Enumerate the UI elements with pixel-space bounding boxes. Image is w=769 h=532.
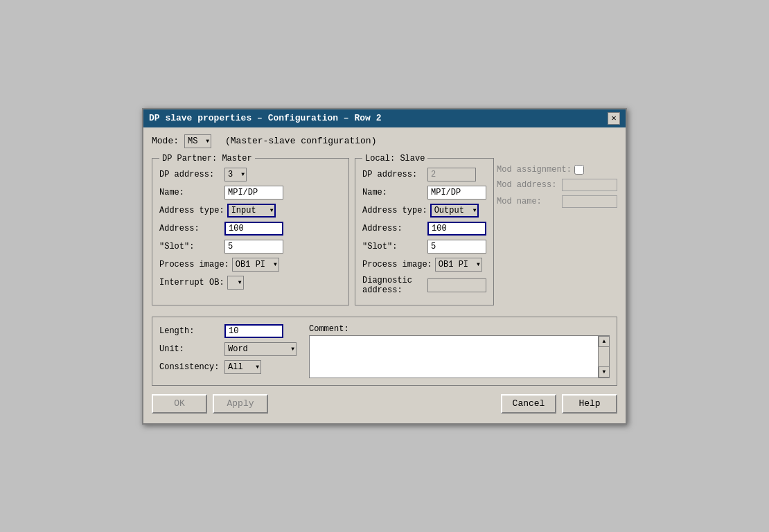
- mode-select[interactable]: MS: [184, 134, 211, 148]
- unit-select[interactable]: Word Byte Double Word: [224, 342, 297, 356]
- dp-partner-address-label: DP address:: [159, 170, 222, 179]
- close-icon: ✕: [611, 113, 616, 123]
- local-slave-name-row: Name:: [362, 186, 486, 200]
- right-section: Local: Slave DP address: Name: Address t…: [355, 154, 617, 311]
- scroll-down-button[interactable]: ▼: [599, 366, 610, 378]
- main-window: DP slave properties – Configuration – Ro…: [142, 108, 627, 425]
- buttons-row: OK Apply Cancel Help: [152, 391, 617, 416]
- comment-area: ▲ ▼: [309, 335, 610, 378]
- mod-assignment-label: Mod assignment:: [497, 165, 572, 175]
- local-slave-address-label: DP address:: [362, 170, 425, 179]
- local-slave-address-type-wrapper[interactable]: Output Input Memory: [430, 204, 479, 218]
- comment-label: Comment:: [309, 324, 610, 334]
- local-slave-address-label2: Address:: [362, 224, 425, 233]
- button-group-left: OK Apply: [152, 394, 268, 414]
- length-row: Length:: [159, 324, 298, 338]
- dp-partner-process-image-select[interactable]: OB1 PI: [232, 258, 279, 272]
- mod-assignment-row: Mod assignment:: [497, 165, 617, 175]
- local-slave-process-image-label: Process image:: [362, 260, 432, 269]
- mod-address-label: Mod address:: [497, 180, 559, 190]
- right-inner: Local: Slave DP address: Name: Address t…: [355, 154, 617, 311]
- mode-description: (Master-slave configuration): [225, 136, 376, 146]
- close-button[interactable]: ✕: [608, 112, 620, 125]
- dp-partner-slot-label: "Slot":: [159, 242, 222, 251]
- local-slave-address-input: [427, 168, 476, 181]
- dp-partner-name-row: Name:: [159, 186, 342, 200]
- local-slave-process-image-select[interactable]: OB1 PI: [435, 258, 482, 272]
- dp-partner-address-type-select[interactable]: Input Output Memory: [227, 204, 276, 218]
- local-slave-diagnostic-input: [427, 278, 486, 292]
- local-slave-address-row2: Address:: [362, 222, 486, 236]
- dp-partner-process-image-wrapper[interactable]: OB1 PI: [232, 258, 279, 272]
- dp-partner-name-input[interactable]: [224, 186, 283, 200]
- dp-partner-address-select-wrapper[interactable]: 3: [224, 168, 247, 181]
- mod-address-row: Mod address:: [497, 179, 617, 191]
- consistency-select[interactable]: All Unit: [224, 360, 261, 374]
- local-slave-slot-input[interactable]: [427, 240, 486, 254]
- local-slave-address-input2[interactable]: [427, 222, 486, 236]
- ok-button[interactable]: OK: [152, 394, 207, 414]
- apply-button[interactable]: Apply: [213, 394, 268, 414]
- mod-name-label: Mod name:: [497, 197, 559, 206]
- comment-scrollbar: ▲ ▼: [598, 336, 609, 378]
- dp-partner-address-row: DP address: 3: [159, 168, 342, 181]
- dp-partner-address-type-wrapper[interactable]: Input Output Memory: [227, 204, 276, 218]
- local-slave-legend: Local: Slave: [362, 154, 427, 163]
- dp-partner-slot-input[interactable]: [224, 240, 283, 254]
- local-slave-diagnostic-label: Diagnostic address:: [362, 276, 425, 295]
- local-slave-slot-label: "Slot":: [362, 242, 425, 251]
- bottom-panel: Length: Unit: Word Byte Double Word Cons…: [152, 317, 617, 386]
- length-input[interactable]: [224, 324, 283, 338]
- mod-assignment-checkbox[interactable]: [574, 165, 584, 175]
- local-slave-name-input[interactable]: [427, 186, 486, 200]
- dp-partner-address-type-label: Address type:: [159, 206, 224, 215]
- length-label: Length:: [159, 326, 222, 336]
- local-slave-address-type-label: Address type:: [362, 206, 427, 215]
- dp-partner-interrupt-ob-row: Interrupt OB:: [159, 276, 342, 290]
- mod-name-input: [562, 195, 617, 208]
- local-slave-process-image-row: Process image: OB1 PI: [362, 258, 486, 272]
- dp-partner-interrupt-ob-label: Interrupt OB:: [159, 278, 224, 287]
- mod-name-row: Mod name:: [497, 195, 617, 208]
- mode-row: Mode: MS (Master-slave configuration): [152, 134, 617, 148]
- dp-partner-interrupt-ob-select[interactable]: [227, 276, 244, 290]
- dp-partner-address-label2: Address:: [159, 224, 222, 233]
- local-slave-address-row: DP address:: [362, 168, 486, 181]
- unit-row: Unit: Word Byte Double Word: [159, 342, 298, 356]
- local-slave-address-type-row: Address type: Output Input Memory: [362, 204, 486, 218]
- local-slave-process-image-wrapper[interactable]: OB1 PI: [435, 258, 482, 272]
- dp-partner-name-label: Name:: [159, 188, 222, 197]
- button-group-right: Cancel Help: [501, 394, 617, 414]
- window-body: Mode: MS (Master-slave configuration) DP…: [143, 127, 626, 423]
- cancel-button[interactable]: Cancel: [501, 394, 556, 414]
- window-title: DP slave properties – Configuration – Ro…: [149, 113, 381, 123]
- unit-label: Unit:: [159, 344, 222, 354]
- consistency-label: Consistency:: [159, 362, 222, 372]
- mod-address-input: [562, 179, 617, 191]
- scroll-up-button[interactable]: ▲: [599, 336, 610, 347]
- dp-partner-group: DP Partner: Master DP address: 3 Name: A…: [152, 154, 349, 305]
- dp-partner-slot-row: "Slot":: [159, 240, 342, 254]
- mod-assignment-column: Mod assignment: Mod address: Mod name:: [497, 154, 617, 311]
- mode-select-wrapper[interactable]: MS: [184, 134, 211, 148]
- dp-partner-address-input[interactable]: [224, 222, 283, 236]
- unit-select-wrapper[interactable]: Word Byte Double Word: [224, 342, 297, 356]
- dp-partner-address-row2: Address:: [159, 222, 342, 236]
- dp-partner-address-type-row: Address type: Input Output Memory: [159, 204, 342, 218]
- mode-label: Mode:: [152, 136, 179, 146]
- local-slave-slot-row: "Slot":: [362, 240, 486, 254]
- panels-row: DP Partner: Master DP address: 3 Name: A…: [152, 154, 617, 311]
- local-slave-address-type-select[interactable]: Output Input Memory: [430, 204, 479, 218]
- dp-partner-process-image-row: Process image: OB1 PI: [159, 258, 342, 272]
- bottom-left: Length: Unit: Word Byte Double Word Cons…: [159, 324, 298, 378]
- dp-partner-process-image-label: Process image:: [159, 260, 229, 269]
- dp-partner-legend: DP Partner: Master: [159, 154, 255, 163]
- local-slave-name-label: Name:: [362, 188, 425, 197]
- help-button[interactable]: Help: [562, 394, 617, 414]
- local-slave-diagnostic-row: Diagnostic address:: [362, 276, 486, 295]
- dp-partner-address-select[interactable]: 3: [224, 168, 247, 181]
- local-slave-group: Local: Slave DP address: Name: Address t…: [355, 154, 494, 305]
- title-bar: DP slave properties – Configuration – Ro…: [143, 109, 626, 127]
- consistency-select-wrapper[interactable]: All Unit: [224, 360, 261, 374]
- dp-partner-interrupt-ob-wrapper[interactable]: [227, 276, 244, 290]
